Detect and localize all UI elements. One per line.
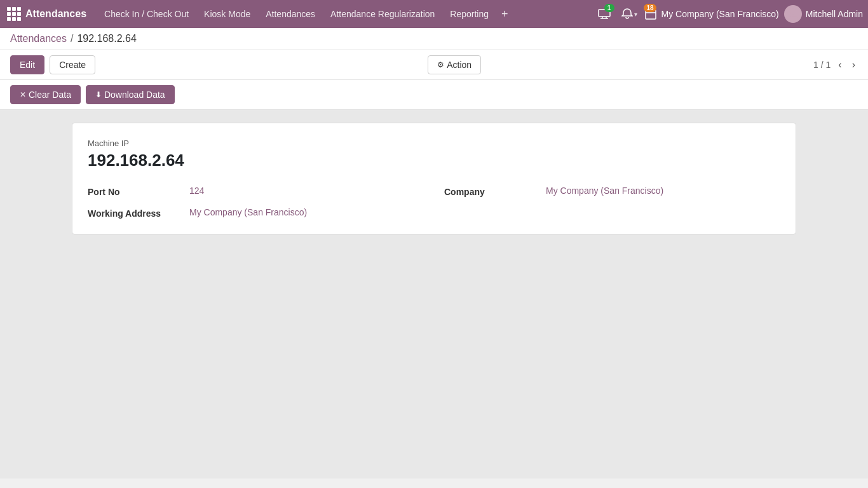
add-menu-button[interactable]: + (496, 0, 513, 28)
pagination-next[interactable]: › (850, 58, 858, 72)
navbar-nav: Check In / Check Out Kiosk Mode Attendan… (97, 0, 594, 28)
machine-ip-label: Machine IP (88, 139, 780, 148)
toolbar-left: Edit Create (10, 55, 95, 74)
nav-item-reporting[interactable]: Reporting (442, 0, 496, 28)
machine-ip-value: 192.168.2.64 (88, 151, 780, 170)
edit-button[interactable]: Edit (10, 55, 44, 74)
navbar-right: 1 ▾ 18 My Company (San Francisco) Mitche… (594, 4, 863, 24)
port-no-label: Port No (88, 186, 189, 197)
pagination-count: 1 / 1 (813, 60, 831, 70)
pagination-area: 1 / 1 ‹ › (813, 58, 858, 72)
breadcrumb-parent[interactable]: Attendances (10, 33, 67, 44)
company-value[interactable]: My Company (San Francisco) (546, 186, 663, 196)
avatar (784, 5, 802, 23)
working-address-label: Working Address (88, 207, 189, 219)
working-address-value[interactable]: My Company (San Francisco) (189, 207, 307, 217)
port-no-value[interactable]: 124 (189, 186, 204, 196)
nav-item-kiosk[interactable]: Kiosk Mode (196, 0, 258, 28)
main-content: Machine IP 192.168.2.64 Port No 124 Comp… (0, 110, 868, 478)
create-button[interactable]: Create (50, 55, 95, 74)
record-card: Machine IP 192.168.2.64 Port No 124 Comp… (72, 123, 796, 234)
company-field: Company My Company (San Francisco) (444, 186, 780, 197)
bell-icon-button[interactable]: ▾ (620, 4, 640, 24)
svg-point-8 (790, 8, 796, 15)
times-icon: ✕ (20, 90, 26, 99)
nav-item-attendances[interactable]: Attendances (258, 0, 323, 28)
calendar-icon-button[interactable]: 18 (645, 4, 656, 24)
svg-point-9 (788, 16, 798, 22)
navbar: Attendances Check In / Check Out Kiosk M… (0, 0, 868, 28)
action-button[interactable]: ⚙ Action (428, 55, 481, 74)
toolbar: Edit Create ⚙ Action 1 / 1 ‹ › (0, 50, 868, 80)
port-no-field: Port No 124 (88, 186, 424, 197)
nav-item-checkin[interactable]: Check In / Check Out (97, 0, 196, 28)
working-address-field: Working Address My Company (San Francisc… (88, 207, 424, 219)
calendar-badge: 18 (644, 4, 656, 12)
user-menu[interactable]: Mitchell Admin (784, 5, 863, 23)
apps-menu-icon[interactable] (5, 5, 23, 23)
clear-data-button[interactable]: ✕ Clear Data (10, 85, 81, 104)
screen-badge: 1 (604, 4, 614, 12)
company-label: Company (444, 186, 546, 197)
company-selector[interactable]: My Company (San Francisco) (661, 9, 779, 19)
username: Mitchell Admin (806, 9, 863, 19)
download-data-button[interactable]: ⬇ Download Data (86, 85, 175, 104)
screen-icon-button[interactable]: 1 (594, 4, 614, 24)
pagination-prev[interactable]: ‹ (836, 58, 844, 72)
record-fields: Port No 124 Company My Company (San Fran… (88, 186, 780, 219)
bell-dropdown-arrow: ▾ (634, 11, 637, 18)
breadcrumb: Attendances / 192.168.2.64 (0, 28, 868, 50)
download-icon: ⬇ (95, 90, 102, 99)
breadcrumb-current: 192.168.2.64 (77, 33, 136, 44)
navbar-brand[interactable]: Attendances (25, 8, 86, 20)
nav-item-regularization[interactable]: Attendance Regularization (323, 0, 442, 28)
secondary-toolbar: ✕ Clear Data ⬇ Download Data (0, 80, 868, 110)
breadcrumb-separator: / (71, 33, 73, 44)
gear-icon: ⚙ (437, 60, 444, 69)
